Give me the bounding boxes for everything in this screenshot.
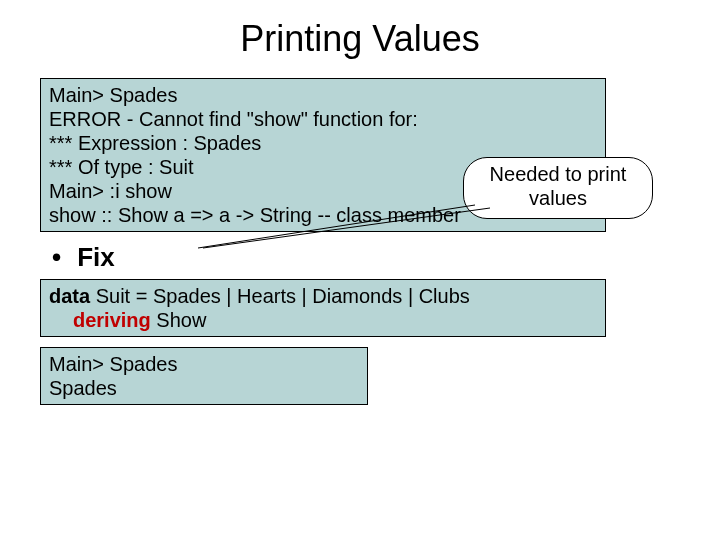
code-line: Main> Spades [49, 83, 597, 107]
code-line: Main> Spades [49, 352, 359, 376]
code-text: Show [151, 309, 207, 331]
keyword-deriving: deriving [73, 309, 151, 331]
bullet-text: Fix [77, 242, 115, 272]
code-line: data Suit = Spades | Hearts | Diamonds |… [49, 284, 597, 308]
annotation-callout: Needed to print values [463, 157, 653, 219]
keyword-data: data [49, 285, 90, 307]
callout-line: Needed to print [478, 162, 638, 186]
bullet-item: • Fix [52, 242, 720, 273]
repl-result-box: Main> Spades Spades [40, 347, 368, 405]
slide-title: Printing Values [0, 0, 720, 70]
code-line: ERROR - Cannot find "show" function for: [49, 107, 597, 131]
data-declaration-box: data Suit = Spades | Hearts | Diamonds |… [40, 279, 606, 337]
callout-line: values [478, 186, 638, 210]
code-line: Spades [49, 376, 359, 400]
code-line: deriving Show [49, 308, 597, 332]
bullet-dot-icon: • [52, 242, 70, 273]
code-line: *** Expression : Spades [49, 131, 597, 155]
code-text: Suit = Spades | Hearts | Diamonds | Club… [90, 285, 470, 307]
